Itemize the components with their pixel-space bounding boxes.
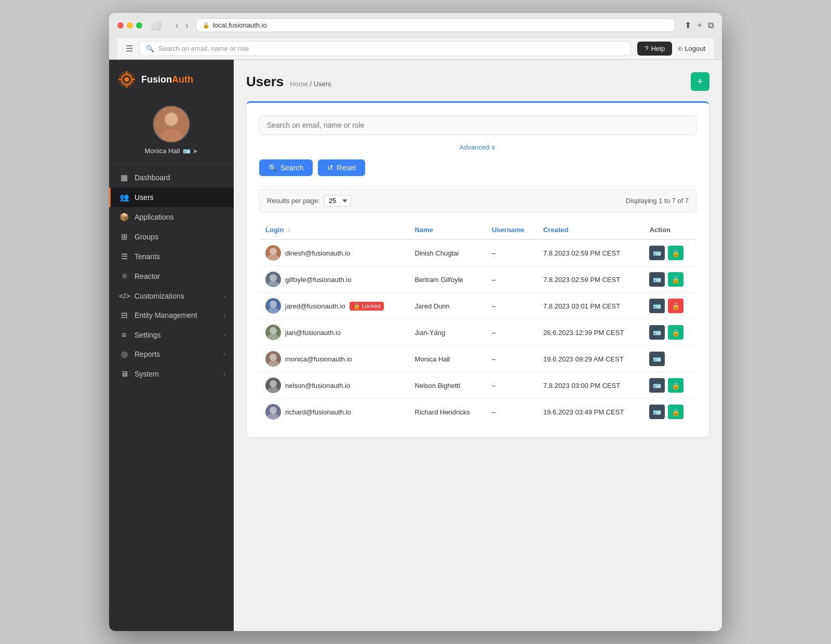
main-content: Users Home / Users + Advanced ∨ <box>234 60 722 631</box>
entity-management-icon: ⊟ <box>119 311 129 320</box>
svg-point-11 <box>270 248 277 255</box>
col-name[interactable]: Name <box>409 221 486 239</box>
reset-button[interactable]: ↺ Reset <box>318 159 365 176</box>
back-button[interactable]: ‹ <box>173 20 180 31</box>
minimize-button[interactable] <box>127 22 133 29</box>
action-buttons: 🪪 🔒 <box>649 405 690 419</box>
chevron-right-icon: › <box>223 332 225 338</box>
edit-button[interactable]: 🪪 <box>649 352 665 366</box>
address-bar[interactable]: 🔒 local.fusionauth.io <box>196 18 675 32</box>
table-row: monica@fusionauth.io Monica Hall – 19.6.… <box>259 346 696 372</box>
browser-chrome: ⬜ ‹ › 🔒 local.fusionauth.io ⬆ ＋ ⧉ ☰ 🔍 Se… <box>109 13 722 60</box>
advanced-link[interactable]: Advanced ∨ <box>460 143 497 151</box>
sidebar-item-tenants[interactable]: ☰ Tenants <box>109 247 234 266</box>
svg-point-18 <box>267 334 279 340</box>
sidebar-item-label: Dashboard <box>135 173 170 182</box>
email-text: dinesh@fusionauth.io <box>285 249 350 257</box>
search-actions: 🔍 Search ↺ Reset <box>259 159 696 176</box>
edit-button[interactable]: 🪪 <box>649 299 665 313</box>
search-input[interactable] <box>259 115 696 135</box>
chevron-right-icon: › <box>223 371 225 377</box>
logout-button[interactable]: ⎋ Logout <box>678 45 705 52</box>
cell-created: 7.8.2023 03:01 PM CEST <box>537 293 643 319</box>
edit-button[interactable]: 🪪 <box>649 405 665 419</box>
edit-button[interactable]: 🪪 <box>649 272 665 287</box>
svg-point-2 <box>125 77 129 82</box>
search-button[interactable]: 🔍 Search <box>259 159 313 176</box>
results-bar: Results per page: 10 25 50 100 Displayin… <box>259 189 696 212</box>
action-buttons: 🪪 🔒 <box>649 325 690 340</box>
sidebar-item-reactor[interactable]: ⚛ Reactor <box>109 266 234 286</box>
action-buttons: 🪪 🔒 <box>649 299 690 313</box>
cell-email: richard@fusionauth.io <box>259 399 409 425</box>
cell-created: 7.8.2023 02:59 PM CEST <box>537 266 643 293</box>
sidebar-item-applications[interactable]: 📦 Applications <box>109 207 234 227</box>
maximize-button[interactable] <box>136 22 142 29</box>
avatar <box>153 105 190 143</box>
share-button[interactable]: ⬆ <box>685 20 691 31</box>
edit-button[interactable]: 🪪 <box>649 325 665 340</box>
brand-name: FusionAuth <box>141 74 193 85</box>
cell-email: gilfoyle@fusionauth.io <box>259 266 409 293</box>
help-icon: ? <box>645 45 648 52</box>
col-login[interactable]: Login ↑ <box>259 221 409 239</box>
help-button[interactable]: ? Help <box>637 42 672 56</box>
traffic-lights <box>117 22 142 29</box>
lock-button[interactable]: 🔒 <box>668 272 683 287</box>
menu-icon[interactable]: ☰ <box>126 44 133 53</box>
col-created[interactable]: Created <box>537 221 643 239</box>
sidebar-item-label: Groups <box>135 233 158 241</box>
close-button[interactable] <box>117 22 124 29</box>
svg-point-20 <box>267 360 279 367</box>
sidebar-item-customizations[interactable]: </> Customizations › <box>109 286 234 305</box>
action-buttons: 🪪 <box>649 352 690 366</box>
sidebar-item-entity-management[interactable]: ⊟ Entity Management › <box>109 305 234 325</box>
breadcrumb-home[interactable]: Home <box>290 80 308 88</box>
avatar <box>265 378 281 393</box>
action-buttons: 🪪 🔒 <box>649 272 690 287</box>
advanced-label: Advanced <box>460 143 490 151</box>
sidebar-item-groups[interactable]: ⊞ Groups <box>109 227 234 247</box>
tabs-button[interactable]: ⧉ <box>708 20 714 31</box>
lock-button[interactable]: 🔒 <box>668 405 683 419</box>
sort-asc-icon: ↑ <box>288 227 290 233</box>
browser-nav: ‹ › <box>173 20 191 31</box>
cell-created: 19.6.2023 03:49 PM CEST <box>537 399 643 425</box>
brand-logo <box>117 70 136 89</box>
cell-name: Bertram Gilfoyle <box>409 266 486 293</box>
avatar <box>265 272 281 287</box>
sidebar-item-users[interactable]: 👥 Users <box>109 187 234 207</box>
email-text: richard@fusionauth.io <box>285 408 351 416</box>
forward-button[interactable]: › <box>183 20 190 31</box>
table-row: dinesh@fusionauth.io Dinish Chugtai – 7.… <box>259 239 696 266</box>
sidebar-toggle-button[interactable]: ⬜ <box>148 19 164 31</box>
sidebar-item-reports[interactable]: ◎ Reports › <box>109 344 234 364</box>
edit-button[interactable]: 🪪 <box>649 378 665 393</box>
lock-button[interactable]: 🔒 <box>668 246 683 260</box>
col-username[interactable]: Username <box>486 221 537 239</box>
table-row: gilfoyle@fusionauth.io Bertram Gilfoyle … <box>259 266 696 293</box>
per-page-select[interactable]: 10 25 50 100 <box>324 195 351 207</box>
sidebar-item-system[interactable]: 🖥 System › <box>109 364 234 383</box>
sidebar-item-dashboard[interactable]: ▦ Dashboard <box>109 168 234 187</box>
toolbar-search-placeholder: Search on email, name or role <box>158 45 249 52</box>
cell-created: 19.6.2023 09:29 AM CEST <box>537 346 643 372</box>
new-tab-button[interactable]: ＋ <box>695 20 704 31</box>
svg-point-22 <box>267 387 279 393</box>
edit-button[interactable]: 🪪 <box>649 246 665 260</box>
system-icon: 🖥 <box>119 369 129 378</box>
cell-action: 🪪 🔒 <box>643 319 696 346</box>
page-title: Users <box>246 74 284 90</box>
app-layout: FusionAuth Monica Hall 🪪 ➤ <box>109 60 722 631</box>
reset-icon: ↺ <box>327 164 333 172</box>
lock-button[interactable]: 🔒 <box>668 325 683 340</box>
add-user-button[interactable]: + <box>691 72 709 91</box>
applications-icon: 📦 <box>119 212 129 222</box>
cell-action: 🪪 🔒 <box>643 239 696 266</box>
sidebar-item-settings[interactable]: ≡ Settings › <box>109 325 234 344</box>
lock-button[interactable]: 🔒 <box>668 299 683 313</box>
toolbar-search[interactable]: 🔍 Search on email, name or role <box>139 41 631 56</box>
cell-email: nelson@fusionauth.io <box>259 372 409 399</box>
lock-button[interactable]: 🔒 <box>668 378 683 393</box>
breadcrumb: Home / Users <box>290 80 331 88</box>
